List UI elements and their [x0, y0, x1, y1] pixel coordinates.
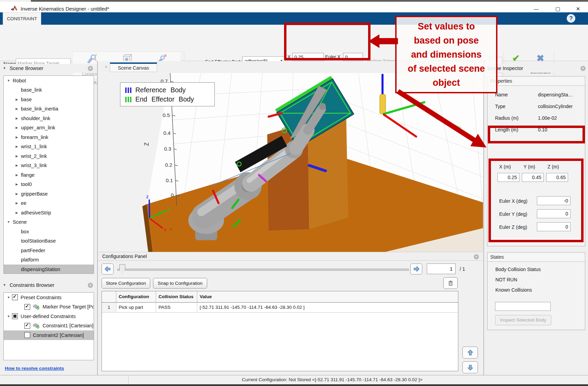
checkbox-checked[interactable]: [12, 294, 18, 300]
expand-icon[interactable]: ▶: [15, 154, 19, 158]
inspect-selected-body-button[interactable]: Inspect Selected Body: [495, 315, 551, 325]
expand-icon[interactable]: ▶: [15, 192, 19, 196]
checkbox-checked[interactable]: [24, 304, 30, 310]
configuration-slider-thumb[interactable]: [119, 264, 125, 274]
snap-to-configuration-button[interactable]: Snap to Configuration: [153, 278, 207, 289]
panel-menu-icon[interactable]: ▼: [580, 66, 586, 71]
panel-menu-icon[interactable]: ▼: [474, 254, 479, 259]
legend-color-bars-icon: [125, 97, 131, 102]
legend-label: Reference Body: [136, 86, 186, 94]
panel-grip-icon[interactable]: ≡: [105, 65, 107, 69]
tree-item-constraint1-cartesian-[interactable]: Constraint1 [Cartesian]: [4, 321, 94, 331]
annotation-line: of selected scene: [397, 62, 496, 76]
next-configuration-button[interactable]: [410, 264, 422, 274]
collapse-panel-icon[interactable]: ▼: [3, 66, 6, 70]
tree-item-partfeeder[interactable]: partFeeder: [4, 246, 94, 255]
annotation-highlight-pose-fields: [284, 23, 371, 60]
tree-item-tool0[interactable]: ▶tool0: [4, 180, 94, 189]
property-name: Name: [495, 92, 538, 97]
tree-item-toolstationbase[interactable]: toolStationBase: [4, 236, 94, 246]
tree-item-wrist-1-link[interactable]: ▶wrist_1_link: [4, 142, 94, 152]
expand-icon[interactable]: ▶: [15, 117, 19, 120]
configuration-index-input[interactable]: [427, 264, 456, 274]
checkbox-unchecked[interactable]: [24, 332, 30, 338]
title-bar: Inverse Kinematics Designer - untitled* …: [0, 2, 588, 12]
tree-item-label: Scene: [13, 219, 27, 225]
expand-icon[interactable]: ▶: [15, 201, 19, 205]
table-header: Value: [197, 291, 458, 302]
panel-menu-icon[interactable]: ▼: [88, 283, 93, 288]
expand-icon[interactable]: ▶: [15, 211, 19, 214]
constraints-browser-tree: ▼Preset ConstraintsMarker Pose Target [P…: [3, 292, 94, 360]
table-header: [102, 291, 116, 302]
tab-constraint[interactable]: CONSTRAINT: [3, 12, 41, 25]
tree-item-upper-arm-link[interactable]: ▶upper_arm_link: [4, 123, 94, 133]
collapse-panel-icon[interactable]: ▼: [3, 283, 6, 287]
tree-item-user-defined-constraints[interactable]: ▼User-defined Constraints: [4, 312, 94, 321]
known-collisions-label: Known Collisions: [495, 287, 585, 293]
expand-icon[interactable]: ▶: [15, 164, 19, 167]
constraint-link-icon: [33, 323, 40, 329]
help-button[interactable]: ?: [567, 14, 575, 23]
z-tick: 0.4: [163, 130, 170, 136]
tree-item-platform[interactable]: platform: [4, 255, 94, 265]
tree-item-label: flange: [21, 172, 35, 178]
tree-item-box[interactable]: box: [4, 227, 94, 236]
origin-x-label: x: [164, 226, 167, 232]
tree-item-marker-pose-target-pose-[interactable]: Marker Pose Target [Pose]: [4, 302, 94, 312]
tree-item-robot[interactable]: ▼Robot: [4, 76, 94, 85]
expand-icon[interactable]: ▶: [15, 107, 19, 110]
expand-icon[interactable]: ▶: [15, 98, 19, 101]
store-configuration-button[interactable]: Store Configuration: [102, 278, 150, 289]
property-row: Radius (m)1.00e-02: [495, 115, 585, 121]
move-row-down-button[interactable]: [462, 361, 478, 373]
delete-configuration-button[interactable]: [443, 277, 458, 289]
z-tick: 0: [171, 192, 174, 198]
tab-scene-canvas[interactable]: Scene Canvas: [110, 62, 157, 72]
tree-item-scene[interactable]: ▼Scene: [4, 218, 94, 227]
checkbox-checked[interactable]: [24, 323, 30, 329]
known-collisions-input[interactable]: [495, 302, 551, 311]
tree-item-wrist-2-link[interactable]: ▶wrist_2_link: [4, 151, 94, 161]
origin-z-label: z: [146, 194, 149, 199]
tree-item-dispensingstation[interactable]: dispensingStation: [4, 265, 94, 274]
previous-configuration-button[interactable]: [102, 264, 114, 274]
table-cell: [-52.71 311.91 -145.70 -114.71 -64.63 -2…: [197, 303, 458, 312]
expand-icon[interactable]: ▶: [15, 136, 19, 139]
expand-icon[interactable]: ▶: [15, 126, 19, 129]
tree-item-base-link-inertia[interactable]: ▶base_link_inertia: [4, 104, 94, 114]
expand-icon[interactable]: ▶: [15, 145, 19, 148]
how-to-resolve-constraints-link[interactable]: How to resolve constraints: [5, 366, 64, 371]
tree-item-shoulder-link[interactable]: ▶shoulder_link: [4, 114, 94, 123]
expand-icon[interactable]: ▶: [15, 183, 19, 186]
tree-item-ee[interactable]: ▶ee: [4, 199, 94, 208]
panel-menu-icon[interactable]: ▼: [88, 66, 93, 71]
collapse-icon[interactable]: ▼: [7, 296, 11, 299]
collapse-icon[interactable]: ▼: [7, 315, 11, 318]
table-row[interactable]: 1Pick up partPASS[-52.71 311.91 -145.70 …: [102, 303, 458, 313]
scene-inspector-header: Scene Inspector ▼: [484, 64, 588, 73]
collapse-icon[interactable]: ▼: [7, 79, 11, 82]
properties-section-title: Properties: [487, 77, 585, 86]
tree-item-label: upper_arm_link: [21, 125, 55, 130]
tree-item-flange[interactable]: ▶flange: [4, 170, 94, 180]
constraints-browser-header: ▼ Constraints Browser ▼: [0, 281, 97, 290]
z-tick: 0.3: [164, 146, 171, 152]
configuration-slider[interactable]: [117, 269, 409, 271]
tree-item-constraint2-cartesian-[interactable]: Constraint2 [Cartesian]: [4, 330, 94, 340]
move-row-up-button[interactable]: [462, 347, 478, 359]
configurations-table[interactable]: ConfigurationCollision StatusValue1Pick …: [102, 291, 458, 371]
checkbox-partial[interactable]: [12, 313, 18, 319]
tree-item-base[interactable]: ▶base: [4, 95, 94, 104]
tree-item-label: wrist_2_link: [21, 153, 47, 159]
tree-item-gripperbase[interactable]: ▶gripperBase: [4, 189, 94, 199]
table-header: Collision Status: [156, 291, 197, 302]
tree-item-label: Constraint1 [Cartesian]: [43, 323, 93, 328]
tree-item-wrist-3-link[interactable]: ▶wrist_3_link: [4, 161, 94, 171]
collapse-icon[interactable]: ▼: [7, 220, 11, 224]
expand-icon[interactable]: ▶: [15, 173, 19, 177]
tree-item-preset-constraints[interactable]: ▼Preset Constraints: [4, 293, 94, 302]
tree-item-adhesivestrip[interactable]: ▶adhesiveStrip: [4, 208, 94, 218]
tree-item-forearm-link[interactable]: ▶forearm_link: [4, 132, 94, 142]
tree-item-base-link[interactable]: base_link: [4, 85, 94, 95]
